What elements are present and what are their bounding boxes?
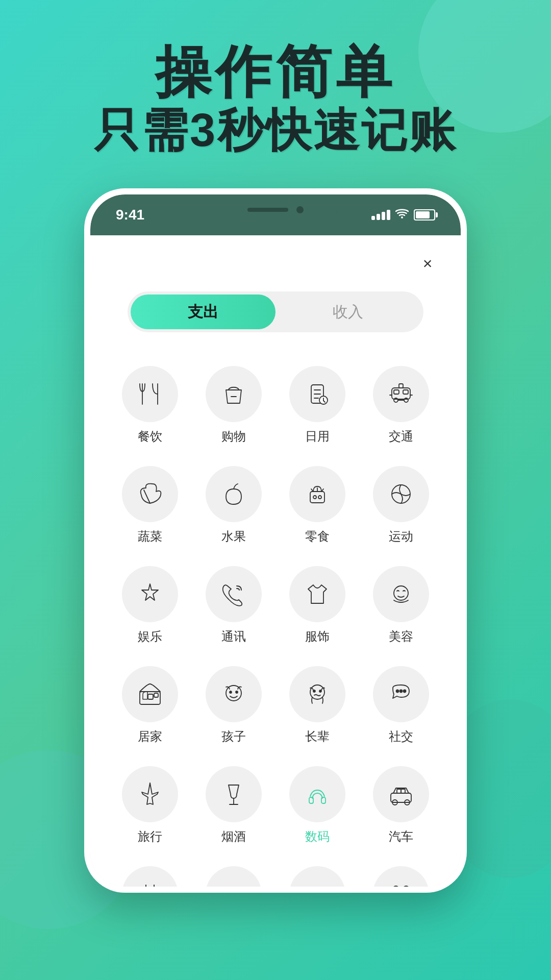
wifi-icon [395,208,409,222]
category-dining[interactable]: 餐饮 [111,358,189,453]
shopping-icon [218,379,249,409]
category-home[interactable]: 居家 [111,658,189,753]
tab-income[interactable]: 收入 [276,295,420,329]
battery-icon [414,209,435,220]
category-car[interactable]: 汽车 [362,758,440,853]
child-icon [218,679,249,709]
status-bar: 9:41 [90,194,461,235]
tab-expense[interactable]: 支出 [131,295,276,329]
svg-rect-19 [399,384,403,388]
tobacco-icon [218,779,249,810]
clothing-label: 服饰 [305,628,330,645]
category-vegetables[interactable]: 蔬菜 [111,458,189,553]
svg-rect-46 [401,789,405,793]
category-beauty[interactable]: 美容 [362,558,440,653]
svg-rect-40 [309,797,313,803]
home-label: 居家 [138,728,162,745]
svg-rect-42 [391,793,411,802]
daily-icon [302,379,333,409]
tab-container: 支出 收入 [128,291,423,332]
vegetables-label: 蔬菜 [138,528,162,545]
category-shopping[interactable]: 购物 [194,358,273,453]
category-fruit[interactable]: 水果 [194,458,273,553]
communication-icon [218,579,249,609]
svg-rect-41 [321,797,325,803]
svg-point-29 [226,685,241,701]
sports-icon [386,479,416,509]
svg-rect-28 [154,693,158,697]
title-line2: 只需3秒快速记账 [0,103,551,158]
header-section: 操作简单 只需3秒快速记账 [0,0,551,158]
svg-rect-45 [397,789,401,793]
close-button[interactable]: × [415,251,440,276]
dining-icon [135,379,165,409]
daily-label: 日用 [305,428,330,445]
home-icon [135,679,165,709]
clothing-icon [302,579,333,609]
transport-icon [386,379,416,409]
shopping-label: 购物 [221,428,246,445]
svg-point-59 [403,886,409,887]
category-communication[interactable]: 通讯 [194,558,273,653]
vegetables-icon [135,479,165,509]
svg-point-58 [393,886,399,887]
svg-point-22 [313,496,316,499]
categories-grid: 餐饮 购物 [90,348,461,887]
camera [296,206,304,213]
snacks-icon [302,479,333,509]
fruit-label: 水果 [221,528,246,545]
category-medical[interactable]: 医疗 [111,858,189,887]
child-label: 孩子 [221,728,246,745]
category-sports[interactable]: 运动 [362,458,440,553]
modal-header: × [90,235,461,286]
category-digital[interactable]: 数码 [278,758,357,853]
phone-frame: 9:41 [84,188,467,893]
tab-switcher-container: 支出 收入 [90,286,461,348]
svg-point-31 [236,691,238,693]
entertainment-label: 娱乐 [138,628,162,645]
svg-point-0 [401,216,403,218]
category-elder[interactable]: 长辈 [278,658,357,753]
category-transport[interactable]: 交通 [362,358,440,453]
phone-mockup: 9:41 [0,188,551,893]
medical-icon [135,879,165,887]
education-icon [218,879,249,887]
category-snacks[interactable]: 零食 [278,458,357,553]
entertainment-icon [135,579,165,609]
svg-rect-12 [394,390,399,394]
category-entertainment[interactable]: 娱乐 [111,558,189,653]
study-icon [302,879,333,887]
phone-notch [214,194,337,225]
svg-point-35 [396,690,399,693]
svg-point-36 [400,690,403,693]
tobacco-label: 烟酒 [221,828,246,845]
svg-rect-21 [310,492,324,503]
category-daily[interactable]: 日用 [278,358,357,453]
transport-label: 交通 [389,428,413,445]
communication-label: 通讯 [221,628,246,645]
pets-icon [386,879,416,887]
status-icons [371,208,435,222]
status-time: 9:41 [116,207,144,223]
category-child[interactable]: 孩子 [194,658,273,753]
social-label: 社交 [389,728,413,745]
svg-point-25 [394,586,408,600]
svg-rect-27 [148,694,153,699]
category-study[interactable]: 学习 [278,858,357,887]
category-pets[interactable]: 宠物 [362,858,440,887]
title-line1: 操作简单 [0,41,551,103]
category-education[interactable]: 教育 [194,858,273,887]
snacks-label: 零食 [305,528,330,545]
category-travel[interactable]: 旅行 [111,758,189,853]
category-tobacco[interactable]: 烟酒 [194,758,273,853]
fruit-icon [218,479,249,509]
elder-label: 长辈 [305,728,330,745]
digital-icon [302,779,333,810]
category-clothing[interactable]: 服饰 [278,558,357,653]
signal-icon [371,210,390,220]
elder-icon [302,679,333,709]
travel-label: 旅行 [138,828,162,845]
digital-label: 数码 [305,828,330,845]
car-icon [386,779,416,810]
category-social[interactable]: 社交 [362,658,440,753]
